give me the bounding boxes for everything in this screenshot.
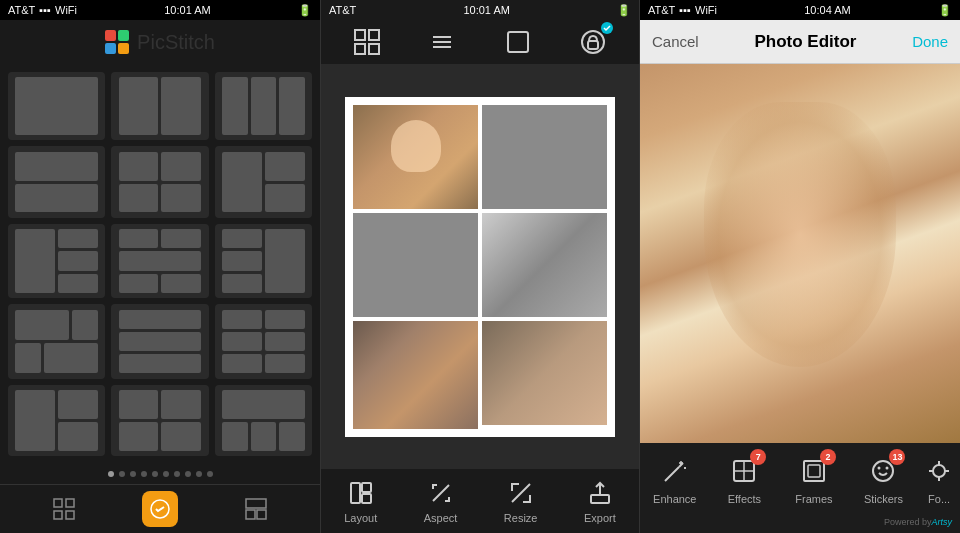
dot-10 bbox=[207, 471, 213, 477]
wifi-icon: WiFi bbox=[55, 4, 77, 16]
layout-two-wide[interactable] bbox=[111, 304, 208, 378]
layout-label: Layout bbox=[344, 512, 377, 524]
status-right: 🔋 bbox=[298, 4, 312, 17]
frame-tool-button[interactable] bbox=[500, 24, 536, 60]
resize-tool[interactable]: Resize bbox=[504, 478, 538, 524]
dot-2 bbox=[119, 471, 125, 477]
main-photo bbox=[640, 64, 960, 443]
export-tool[interactable]: Export bbox=[584, 478, 616, 524]
svg-rect-31 bbox=[808, 465, 820, 477]
layout-four-even[interactable] bbox=[111, 385, 208, 456]
resize-label: Resize bbox=[504, 512, 538, 524]
menu-tool-button[interactable] bbox=[424, 24, 460, 60]
collage-cell-2[interactable] bbox=[482, 105, 607, 209]
effects-label: Effects bbox=[728, 493, 761, 505]
status-left: AT&T ▪▪▪ WiFi bbox=[8, 4, 77, 16]
layout-four-alt[interactable] bbox=[8, 304, 105, 378]
effects-tool[interactable]: 7 Effects bbox=[710, 445, 780, 513]
battery-2: 🔋 bbox=[617, 4, 631, 17]
collage-cell-4[interactable] bbox=[482, 213, 607, 317]
layout-svg-icon bbox=[349, 481, 373, 505]
app-header: PicStitch bbox=[0, 20, 320, 64]
logo-quadrant-yellow bbox=[118, 43, 129, 54]
svg-point-33 bbox=[878, 467, 881, 470]
enhance-tool[interactable]: Enhance bbox=[640, 445, 710, 513]
layout-mixed-5[interactable] bbox=[111, 224, 208, 298]
logo-quadrant-red bbox=[105, 30, 116, 41]
layout-button[interactable] bbox=[238, 491, 274, 527]
aspect-label: Aspect bbox=[424, 512, 458, 524]
logo-quadrant-green bbox=[118, 30, 129, 41]
collage-cell-5[interactable] bbox=[353, 321, 478, 429]
sticker-button[interactable] bbox=[142, 491, 178, 527]
layout-three-right[interactable] bbox=[215, 224, 312, 298]
svg-rect-9 bbox=[369, 30, 379, 40]
svg-rect-1 bbox=[66, 499, 74, 507]
focus-tool[interactable]: Fo... bbox=[918, 445, 960, 513]
dot-8 bbox=[185, 471, 191, 477]
layout-two-right[interactable] bbox=[215, 146, 312, 217]
layout-tool[interactable]: Layout bbox=[344, 478, 377, 524]
collage-canvas bbox=[345, 97, 615, 437]
layout-two-col[interactable] bbox=[111, 72, 208, 140]
svg-rect-21 bbox=[591, 495, 609, 503]
tools-scroll-area: Enhance 7 Effects 2 bbox=[640, 443, 960, 515]
photo-overlay bbox=[640, 64, 960, 443]
collage-cell-1[interactable] bbox=[353, 105, 478, 209]
status-left-3: AT&T ▪▪▪ WiFi bbox=[648, 4, 717, 16]
layout-tool-icon bbox=[346, 478, 376, 508]
svg-rect-15 bbox=[508, 32, 528, 52]
enhance-icon bbox=[657, 453, 693, 489]
layout-grid bbox=[0, 64, 320, 464]
wifi-3: WiFi bbox=[695, 4, 717, 16]
done-button[interactable]: Done bbox=[912, 33, 948, 50]
layout-tall-two[interactable] bbox=[8, 385, 105, 456]
aspect-tool[interactable]: Aspect bbox=[424, 478, 458, 524]
status-bar-1: AT&T ▪▪▪ WiFi 10:01 AM 🔋 bbox=[0, 0, 320, 20]
layout-three-left[interactable] bbox=[8, 224, 105, 298]
grid-tool-icon bbox=[354, 29, 380, 55]
screen-photo-editor: AT&T ▪▪▪ WiFi 10:04 AM 🔋 Cancel Photo Ed… bbox=[640, 0, 960, 533]
resize-svg-icon bbox=[509, 481, 533, 505]
dot-9 bbox=[196, 471, 202, 477]
bottom-tools-3: Enhance 7 Effects 2 bbox=[640, 443, 960, 533]
export-tool-icon bbox=[585, 478, 615, 508]
collage-cell-3[interactable] bbox=[353, 213, 478, 317]
effects-badge: 7 bbox=[750, 449, 766, 465]
cancel-button[interactable]: Cancel bbox=[652, 33, 699, 50]
frame-icon bbox=[505, 29, 531, 55]
layout-six[interactable] bbox=[215, 304, 312, 378]
screen-picstitch: AT&T ▪▪▪ WiFi 10:01 AM 🔋 PicStitch bbox=[0, 0, 320, 533]
dot-6 bbox=[163, 471, 169, 477]
layout-three-col[interactable] bbox=[215, 72, 312, 140]
layout-wide-strip[interactable] bbox=[215, 385, 312, 456]
focus-label: Fo... bbox=[928, 493, 950, 505]
hamburger-icon bbox=[429, 29, 455, 55]
stickers-badge: 13 bbox=[889, 449, 905, 465]
stickers-tool[interactable]: 13 Stickers bbox=[849, 445, 919, 513]
frames-tool[interactable]: 2 Frames bbox=[779, 445, 849, 513]
dot-1 bbox=[108, 471, 114, 477]
grid-tool-button[interactable] bbox=[349, 24, 385, 60]
frames-icon: 2 bbox=[796, 453, 832, 489]
wand-icon bbox=[661, 457, 689, 485]
carrier-3: AT&T bbox=[648, 4, 675, 16]
status-bar-3: AT&T ▪▪▪ WiFi 10:04 AM 🔋 bbox=[640, 0, 960, 20]
grid-icon bbox=[53, 498, 75, 520]
layout-quad[interactable] bbox=[111, 146, 208, 217]
dot-4 bbox=[141, 471, 147, 477]
svg-rect-0 bbox=[54, 499, 62, 507]
svg-rect-17 bbox=[588, 41, 598, 49]
screen-collage-editor: AT&T 10:01 AM 🔋 bbox=[320, 0, 640, 533]
layout-icon bbox=[245, 498, 267, 520]
lock-tool-button[interactable] bbox=[575, 24, 611, 60]
layout-single[interactable] bbox=[8, 72, 105, 140]
lock-icon bbox=[580, 29, 606, 55]
grid-view-button[interactable] bbox=[46, 491, 82, 527]
aspect-tool-icon bbox=[426, 478, 456, 508]
collage-cell-6[interactable] bbox=[482, 321, 607, 425]
aspect-svg-icon bbox=[429, 481, 453, 505]
toolbar-2 bbox=[321, 20, 639, 64]
layout-two-row[interactable] bbox=[8, 146, 105, 217]
logo-quadrant-blue bbox=[105, 43, 116, 54]
